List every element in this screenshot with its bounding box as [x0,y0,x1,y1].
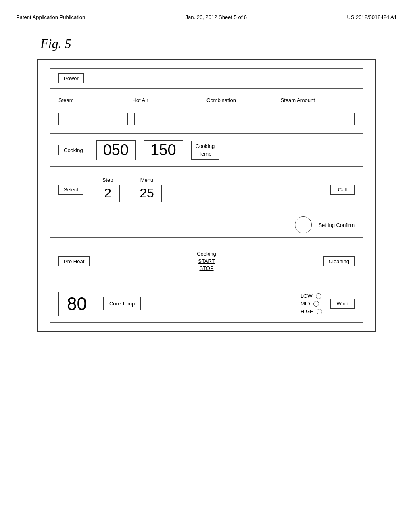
combination-label: Combination [206,97,281,103]
steam-labels: Steam Hot Air Combination Steam Amount [58,97,355,103]
wind-label: Wind [330,299,355,309]
cleaning-button[interactable]: Cleaning [323,256,355,266]
header: Patent Application Publication Jan. 26, … [16,8,397,24]
step-num: 2 [96,185,120,202]
steam-label: Steam [58,97,133,103]
menu-label: Menu [140,177,154,183]
steam-row: Steam Hot Air Combination Steam Amount [50,93,363,129]
high-label: HIGH [300,308,314,314]
steam-input[interactable] [58,113,128,125]
header-left: Patent Application Publication [16,14,85,20]
call-button[interactable]: Call [330,185,355,195]
menu-col: Menu 25 [132,177,162,202]
step-label: Step [102,177,113,183]
select-button[interactable]: Select [58,185,83,195]
stop-label[interactable]: STOP [197,265,216,272]
cooking-button[interactable]: Cooking [58,145,88,155]
mid-label: MID [300,301,310,307]
high-radio[interactable] [317,309,322,314]
power-row: Power [50,68,363,89]
setting-confirm-row: Setting Confirm [50,212,363,238]
core-temp-button[interactable]: Core Temp [103,297,141,310]
combination-input[interactable] [210,113,279,125]
wind-high-option: HIGH [300,308,323,314]
wind-group: LOW MID HIGH Wind [300,293,355,314]
step-col: Step 2 [96,177,120,202]
low-label: LOW [300,293,313,299]
bottom-row: 80 Core Temp LOW MID HIGH [50,285,363,323]
cooking-num2: 150 [144,140,183,160]
select-row: Select Step 2 Menu 25 Call [50,171,363,208]
steam-amount-input[interactable] [286,113,355,125]
wind-mid-option: MID [300,301,323,307]
header-right: US 2012/0018424 A1 [347,14,397,20]
steam-inputs [58,113,355,125]
cooking-start-stop: Cooking START STOP [197,250,216,272]
control-row: Pre Heat Cooking START STOP Cleaning [50,242,363,281]
steam-amount-label: Steam Amount [281,97,355,103]
setting-confirm-circle[interactable] [295,216,312,233]
step-menu-group: Step 2 Menu 25 [96,177,162,202]
mid-radio[interactable] [313,301,319,307]
main-panel: Power Steam Hot Air Combination Steam Am… [37,59,376,332]
wind-options: LOW MID HIGH [300,293,323,314]
fig-label: Fig. 5 [40,36,397,51]
menu-num: 25 [132,185,162,202]
cooking-label: Cooking [197,250,216,258]
hot-air-label: Hot Air [133,97,207,103]
power-button[interactable]: Power [58,73,84,83]
pre-heat-button[interactable]: Pre Heat [58,256,90,266]
hot-air-input[interactable] [134,113,204,125]
header-center: Jan. 26, 2012 Sheet 5 of 6 [186,14,247,20]
cooking-num1: 050 [96,140,136,160]
start-label[interactable]: START [197,258,216,265]
cooking-row: Cooking 050 150 CookingTemp [50,133,363,167]
wind-low-option: LOW [300,293,323,299]
cooking-temp-label: CookingTemp [191,141,219,159]
setting-confirm-label: Setting Confirm [318,222,355,228]
low-radio[interactable] [316,293,321,299]
big-num: 80 [58,292,95,316]
page: Patent Application Publication Jan. 26, … [0,0,413,532]
